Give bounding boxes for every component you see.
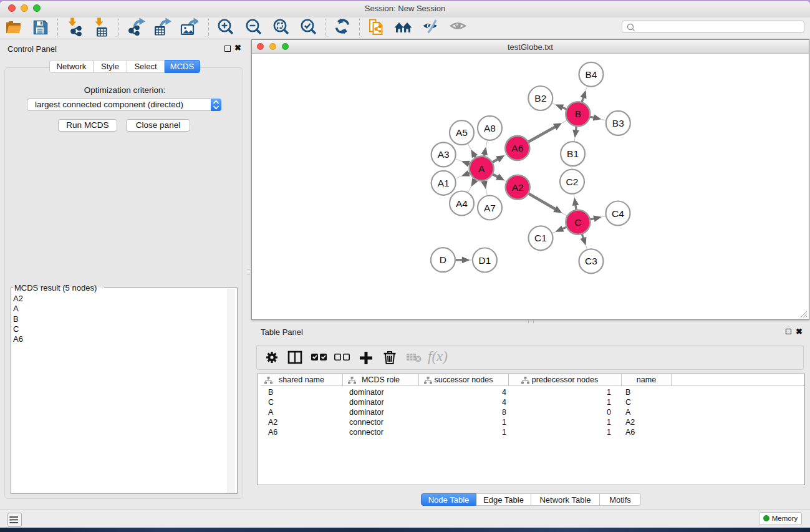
svg-text:C: C [574,217,581,228]
svg-text:A5: A5 [456,127,468,138]
svg-text:B3: B3 [612,118,624,128]
svg-text:C2: C2 [566,177,579,187]
svg-text:B2: B2 [534,93,546,104]
svg-text:A8: A8 [484,123,496,133]
svg-text:A: A [478,163,485,174]
svg-text:A4: A4 [456,198,468,209]
svg-text:A1: A1 [438,178,450,188]
svg-text:B1: B1 [567,148,579,159]
svg-text:B4: B4 [586,69,597,80]
svg-text:B: B [575,109,581,119]
svg-text:C3: C3 [585,256,597,266]
svg-text:A3: A3 [438,149,450,160]
svg-text:A6: A6 [511,143,523,153]
svg-text:D1: D1 [478,255,491,266]
svg-text:A2: A2 [512,182,524,193]
svg-text:D: D [440,254,446,265]
svg-text:A7: A7 [484,203,496,213]
svg-text:C1: C1 [534,233,547,243]
svg-text:C4: C4 [612,208,624,219]
